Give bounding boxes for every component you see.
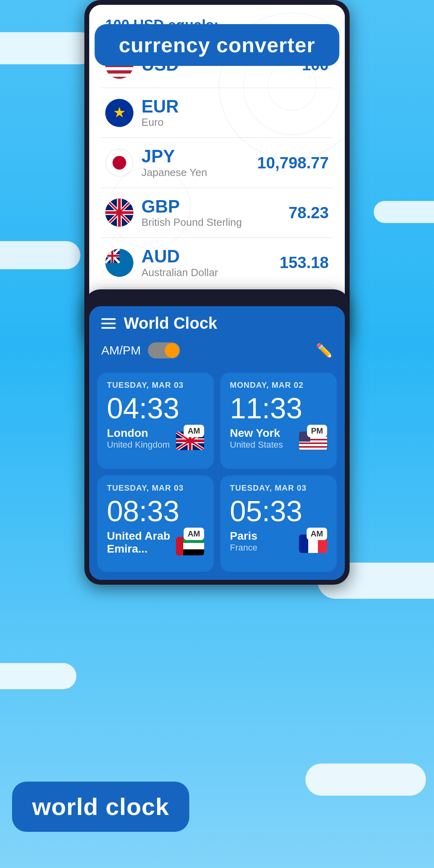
- phone-notch: [211, 293, 223, 305]
- world-clock-phone: World Clock AM/PM ✏️ TUESDAY, MAR 03 04:…: [84, 289, 350, 585]
- currency-name-jpy: Japanese Yen: [141, 166, 207, 179]
- svg-point-13: [113, 156, 126, 170]
- clock-card-uae[interactable]: TUESDAY, MAR 03 08:33 AM United Arab Emi…: [97, 475, 214, 572]
- svg-rect-8: [105, 74, 133, 77]
- clock-grid: TUESDAY, MAR 03 04:33 AM London United K…: [89, 368, 345, 580]
- edit-icon[interactable]: ✏️: [316, 342, 333, 358]
- currency-row-eur[interactable]: ★ EUR Euro: [101, 88, 333, 138]
- currency-code-aud: AUD: [141, 247, 218, 266]
- currency-code-gbp: GBP: [141, 197, 242, 216]
- flag-aud: [105, 249, 133, 277]
- clock-card-newyork[interactable]: MONDAY, MAR 02 11:33 PM New York United …: [220, 373, 337, 469]
- newyork-city: New York: [230, 427, 283, 440]
- flag-gbp: [105, 199, 133, 227]
- uae-time: 08:33: [107, 497, 204, 526]
- cloud-5: [305, 764, 426, 796]
- paris-date: TUESDAY, MAR 03: [230, 483, 327, 493]
- world-clock-title: World Clock: [124, 314, 217, 332]
- world-clock-screen: World Clock AM/PM ✏️ TUESDAY, MAR 03 04:…: [89, 306, 345, 580]
- currency-value-gbp: 78.23: [289, 204, 329, 222]
- paris-country: France: [230, 542, 258, 553]
- london-city: London: [107, 427, 170, 440]
- currency-name-gbp: British Pound Sterling: [141, 216, 242, 229]
- ampm-toggle-container: AM/PM: [101, 342, 180, 358]
- newyork-date: MONDAY, MAR 02: [230, 381, 327, 390]
- currency-converter-label: currency converter: [94, 24, 339, 66]
- currency-name-aud: Australian Dollar: [141, 266, 218, 279]
- cloud-4: [0, 663, 76, 689]
- hamburger-menu-icon[interactable]: [101, 318, 116, 329]
- svg-text:★: ★: [113, 104, 126, 121]
- london-ampm: AM: [184, 425, 204, 437]
- cloud-7: [374, 201, 434, 223]
- currency-value-jpy: 10,798.77: [257, 154, 329, 172]
- svg-rect-7: [105, 67, 133, 70]
- newyork-ampm: PM: [307, 425, 327, 437]
- cloud-1: [0, 32, 96, 64]
- uae-date: TUESDAY, MAR 03: [107, 483, 204, 493]
- uae-city: United Arab Emira...: [107, 530, 176, 555]
- paris-time: 05:33: [230, 497, 327, 526]
- newyork-time: 11:33: [230, 394, 327, 423]
- world-clock-toolbar: AM/PM ✏️: [89, 338, 345, 368]
- ampm-label: AM/PM: [101, 344, 141, 357]
- paris-city: Paris: [230, 530, 258, 542]
- currency-code-eur: EUR: [141, 97, 179, 116]
- svg-rect-51: [299, 448, 327, 450]
- currency-row-gbp[interactable]: GBP British Pound Sterling 78.23: [101, 188, 333, 238]
- world-clock-label-bubble: world clock: [12, 782, 189, 832]
- svg-rect-50: [299, 444, 327, 446]
- currency-value-aud: 153.18: [280, 254, 329, 272]
- toggle-thumb: [165, 343, 179, 358]
- currency-row-aud[interactable]: AUD Australian Dollar 153.18: [101, 238, 333, 288]
- world-clock-header: World Clock: [89, 306, 345, 338]
- currency-code-jpy: JPY: [141, 147, 207, 166]
- london-time: 04:33: [107, 394, 204, 423]
- world-clock-label-text: world clock: [32, 793, 169, 820]
- clock-card-london[interactable]: TUESDAY, MAR 03 04:33 AM London United K…: [97, 373, 214, 469]
- currency-name-eur: Euro: [141, 116, 179, 129]
- paris-ampm: AM: [307, 528, 327, 540]
- london-date: TUESDAY, MAR 03: [107, 381, 204, 390]
- ampm-toggle-switch[interactable]: [148, 342, 180, 358]
- london-country: United Kingdom: [107, 440, 170, 450]
- uae-ampm: AM: [184, 528, 204, 540]
- clock-card-paris[interactable]: TUESDAY, MAR 03 05:33 AM Paris France: [220, 475, 337, 572]
- cloud-6: [0, 241, 80, 269]
- flag-jpy: [105, 149, 133, 177]
- flag-eur: ★: [105, 99, 133, 127]
- currency-row-jpy[interactable]: JPY Japanese Yen 10,798.77: [101, 138, 333, 188]
- newyork-country: United States: [230, 440, 283, 450]
- svg-rect-56: [176, 537, 183, 555]
